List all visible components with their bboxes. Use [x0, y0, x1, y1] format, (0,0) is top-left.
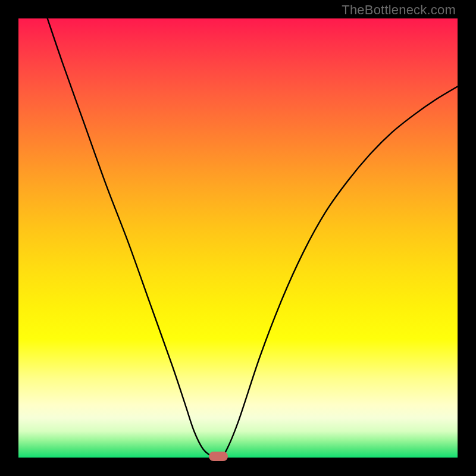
chart-frame: TheBottleneck.com — [0, 0, 476, 476]
watermark-text: TheBottleneck.com — [342, 2, 456, 18]
optimal-point-marker — [209, 452, 228, 461]
plot-area — [18, 18, 458, 458]
bottleneck-curve — [18, 18, 458, 458]
